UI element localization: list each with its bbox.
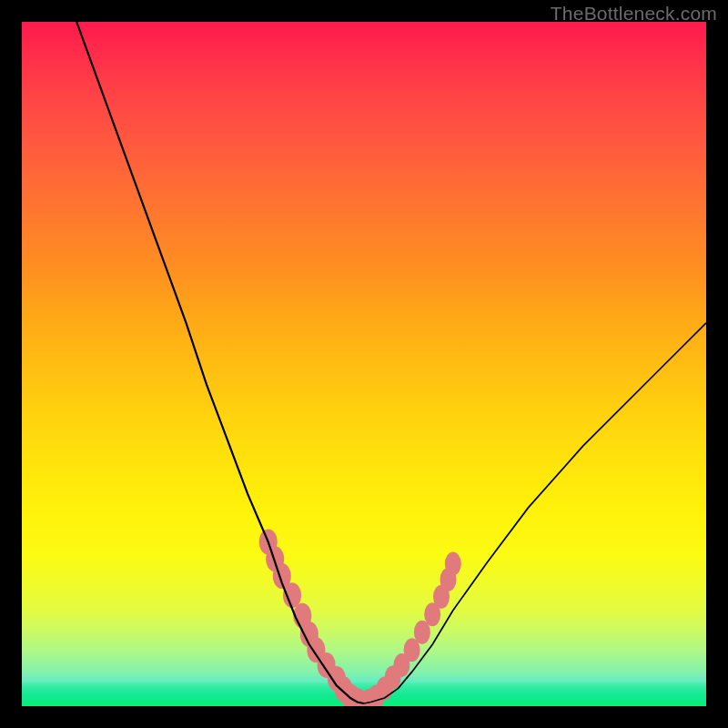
- frame: TheBottleneck.com: [0, 0, 728, 728]
- svg-point-3: [283, 582, 301, 608]
- blobs-right: [356, 552, 461, 706]
- watermark: TheBottleneck.com: [551, 3, 717, 25]
- blobs-left: [259, 530, 370, 707]
- chart-svg: [22, 22, 706, 706]
- plot-area: [22, 22, 706, 706]
- svg-point-24: [445, 552, 461, 576]
- curve-left: [76, 22, 364, 703]
